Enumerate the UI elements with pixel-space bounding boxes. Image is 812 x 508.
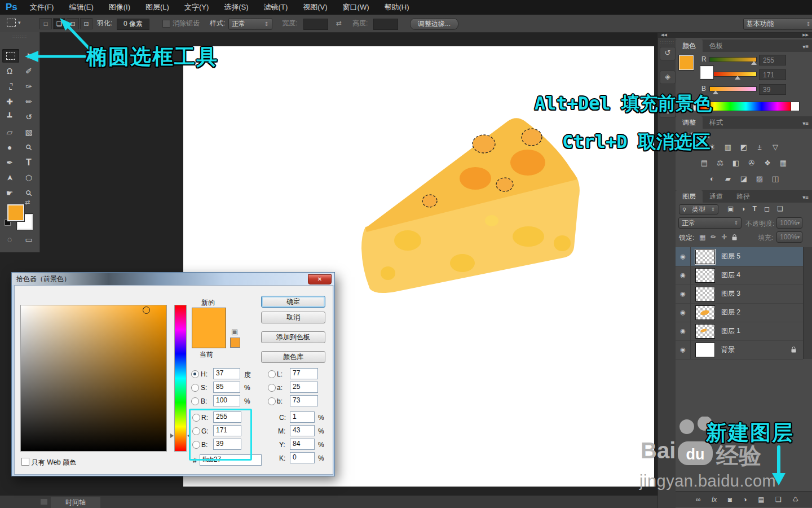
- layer-thumbnail[interactable]: [695, 268, 715, 283]
- properties-panel-button[interactable]: ◈: [660, 71, 676, 84]
- b-value[interactable]: 39: [759, 84, 786, 95]
- tab-color[interactable]: 颜色: [676, 40, 703, 52]
- adjustment-vibrance-icon[interactable]: ▽: [769, 142, 782, 152]
- feather-input[interactable]: 0 像素: [117, 19, 149, 30]
- b-slider-thumb[interactable]: [713, 90, 718, 94]
- tool-blur[interactable]: ●: [2, 141, 17, 154]
- r-value[interactable]: 255: [759, 55, 786, 65]
- adjustment-color-balance-icon[interactable]: ⚖: [714, 158, 726, 168]
- add-selection-mode-button[interactable]: ❏: [53, 18, 65, 29]
- a-input[interactable]: 25: [290, 382, 318, 393]
- tool-eraser[interactable]: ▱: [2, 125, 17, 139]
- menu-view[interactable]: 视图(V): [303, 2, 327, 12]
- lock-transparent-pixels-icon[interactable]: ▦: [699, 233, 705, 241]
- panel-menu-icon[interactable]: ▾≡: [802, 120, 809, 126]
- filter-smart-objects-icon[interactable]: ❏: [777, 205, 783, 213]
- white-chip[interactable]: [791, 102, 800, 111]
- tool-pen[interactable]: ✒: [2, 156, 17, 169]
- g-value[interactable]: 171: [759, 69, 786, 80]
- tool-brush[interactable]: ✏: [21, 95, 36, 108]
- r-slider-thumb[interactable]: [751, 61, 757, 65]
- layer-row-1[interactable]: ◉ 图层 1: [676, 322, 803, 341]
- lock-position-icon[interactable]: ✛: [721, 233, 727, 241]
- tab-adjustments[interactable]: 调整: [676, 116, 703, 129]
- layer-row-background[interactable]: ◉ 背景: [676, 340, 803, 360]
- b-input[interactable]: 100: [213, 395, 240, 406]
- collapse-panels-icon[interactable]: ◀◀: [661, 33, 667, 37]
- k-input[interactable]: 0: [290, 452, 315, 463]
- l-radio[interactable]: [268, 370, 276, 378]
- s-radio[interactable]: [191, 384, 199, 392]
- menu-type[interactable]: 文字(Y): [184, 2, 209, 12]
- cancel-button[interactable]: 取消: [261, 312, 325, 323]
- adjustment-selective-color-icon[interactable]: ◫: [769, 174, 782, 184]
- blend-mode-select[interactable]: 正常 ⇕: [678, 217, 742, 229]
- web-safe-swatch[interactable]: [230, 338, 240, 348]
- delete-layer-icon[interactable]: ♺: [792, 496, 798, 503]
- layer-row-5[interactable]: ◉ 图层 5: [676, 247, 803, 266]
- tool-healing-brush[interactable]: ✚: [2, 95, 17, 108]
- panel-menu-icon[interactable]: ▾≡: [802, 43, 809, 50]
- visibility-eye-icon[interactable]: ◉: [676, 247, 691, 266]
- adjustment-channel-mixer-icon[interactable]: ❖: [761, 158, 774, 168]
- swap-dimensions-icon[interactable]: ⇄: [336, 15, 342, 32]
- tool-rectangular-marquee[interactable]: [2, 49, 19, 63]
- menu-help[interactable]: 帮助(H): [385, 2, 409, 12]
- filter-pixel-layers-icon[interactable]: ▣: [727, 205, 734, 213]
- new-layer-icon[interactable]: ❏: [775, 496, 782, 503]
- layer-thumbnail[interactable]: [695, 343, 715, 357]
- subtract-selection-mode-button[interactable]: ⊟: [67, 18, 79, 29]
- web-only-checkbox[interactable]: [21, 458, 29, 466]
- panel-background-swatch[interactable]: [700, 66, 713, 79]
- adjustment-gradient-map-icon[interactable]: ▨: [753, 174, 766, 184]
- tool-history-brush[interactable]: ↺: [21, 110, 36, 124]
- tool-hand[interactable]: ☛: [2, 186, 17, 200]
- s-input[interactable]: 85: [213, 382, 240, 393]
- layer-name[interactable]: 图层 4: [721, 270, 740, 280]
- new-group-icon[interactable]: ▤: [758, 496, 764, 503]
- gamut-warning-icon[interactable]: ▣: [231, 327, 238, 336]
- adjustment-exposure-icon[interactable]: ±: [753, 142, 766, 152]
- timeline-icon[interactable]: [41, 499, 47, 505]
- tab-paths[interactable]: 路径: [730, 190, 757, 203]
- layer-name[interactable]: 图层 5: [721, 252, 740, 261]
- visibility-eye-icon[interactable]: ◉: [676, 340, 691, 359]
- color-field[interactable]: [20, 305, 167, 452]
- adjustment-levels-icon[interactable]: ▥: [722, 142, 734, 152]
- width-input[interactable]: [303, 19, 328, 30]
- hue-slider[interactable]: [174, 305, 187, 452]
- new-adjustment-layer-icon[interactable]: ◑: [743, 496, 747, 503]
- tool-type[interactable]: T: [21, 156, 36, 169]
- tool-eyedropper[interactable]: ✑: [21, 80, 36, 93]
- tab-channels[interactable]: 通道: [703, 190, 730, 203]
- color-libraries-button[interactable]: 颜色库: [261, 351, 325, 363]
- lock-image-pixels-icon[interactable]: ✏: [710, 233, 716, 241]
- layer-thumbnail[interactable]: [695, 305, 715, 320]
- intersect-selection-mode-button[interactable]: ⊡: [80, 18, 92, 29]
- opacity-select[interactable]: 100% ▾: [776, 217, 802, 229]
- ok-button[interactable]: 确定: [261, 296, 325, 308]
- filter-adjustment-layers-icon[interactable]: ◑: [741, 205, 745, 213]
- adjustment-invert-icon[interactable]: ◐: [706, 174, 718, 184]
- style-select[interactable]: 正常 ⇕: [228, 18, 272, 30]
- layer-name[interactable]: 图层 2: [721, 308, 740, 317]
- h-radio[interactable]: [191, 370, 199, 378]
- panel-foreground-swatch[interactable]: [679, 55, 694, 70]
- layer-row-2[interactable]: ◉ 图层 2: [676, 303, 803, 322]
- layer-filter-select[interactable]: ⚲ 类型 ⇕: [679, 204, 718, 214]
- tab-layers[interactable]: 图层: [676, 190, 703, 203]
- tool-lasso[interactable]: Ω: [2, 64, 17, 78]
- adjustment-hue-saturation-icon[interactable]: ▤: [698, 158, 710, 168]
- dialog-title[interactable]: 拾色器（前景色）: [12, 273, 334, 285]
- y-input[interactable]: 84: [290, 439, 315, 450]
- swap-colors-icon[interactable]: ⇄: [25, 199, 30, 206]
- hue-slider-arrow[interactable]: [170, 433, 174, 438]
- menu-file[interactable]: 文件(F): [30, 2, 54, 12]
- tool-quick-selection[interactable]: ✐: [21, 64, 36, 78]
- g-slider-thumb[interactable]: [735, 76, 740, 80]
- lab-b-radio[interactable]: [268, 397, 276, 405]
- layer-row-4[interactable]: ◉ 图层 4: [676, 266, 803, 285]
- menu-layer[interactable]: 图层(L): [145, 2, 169, 12]
- visibility-eye-icon[interactable]: ◉: [676, 303, 691, 322]
- filter-shape-layers-icon[interactable]: ◻: [764, 205, 770, 213]
